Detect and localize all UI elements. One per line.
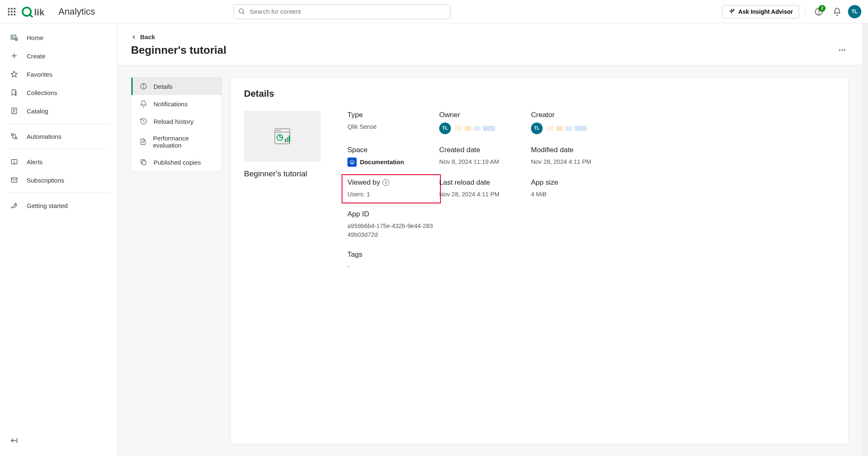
field-type: Type Qlik Sense — [347, 111, 435, 134]
field-app-id: App ID a959b6b4-175e-432b-9e44-28349b03d… — [347, 210, 435, 239]
performance-icon — [139, 138, 147, 146]
back-link[interactable]: Back — [131, 33, 155, 40]
svg-point-32 — [143, 85, 144, 85]
app-name: Analytics — [58, 6, 95, 17]
svg-rect-41 — [289, 135, 290, 142]
top-right: Ask Insight Advisor 2 TL — [722, 4, 861, 19]
sidebar-item-label: Subscriptions — [27, 177, 64, 184]
plus-icon — [10, 52, 18, 60]
brand-logo[interactable]: lik Analytics — [22, 6, 95, 18]
field-value: 4 MiB — [531, 190, 619, 198]
field-label: Type — [347, 111, 435, 119]
svg-point-22 — [14, 163, 14, 163]
owner-name-redacted — [455, 126, 495, 131]
sidebar-item-favorites[interactable]: Favorites — [0, 65, 117, 83]
space-name: Documentation — [360, 158, 404, 166]
field-value: - — [347, 262, 435, 271]
info-icon[interactable]: i — [382, 179, 389, 186]
bookmark-icon — [10, 88, 18, 97]
field-label: App size — [531, 178, 619, 187]
field-created-date: Created date Nov 8, 2024 11:19 AM — [439, 146, 527, 167]
sidebar-item-subscriptions[interactable]: Subscriptions — [0, 171, 117, 189]
collapse-icon — [10, 436, 18, 445]
svg-rect-39 — [285, 139, 286, 142]
sidebar-item-automations[interactable]: Automations — [0, 127, 117, 145]
svg-line-1 — [30, 15, 32, 17]
field-label: Owner — [439, 111, 527, 119]
notifications-button[interactable] — [830, 4, 845, 19]
field-value: Nov 28, 2024 4:11 PM — [531, 158, 619, 166]
tab-label: Notifications — [153, 100, 188, 108]
field-value: Qlik Sense — [347, 123, 435, 131]
qlik-logo-icon: lik — [22, 6, 51, 18]
sidebar-item-create[interactable]: Create — [0, 47, 117, 65]
tab-reload-history[interactable]: Reload history — [131, 113, 221, 130]
sidebar: Home Create Favorites Collections Catalo… — [0, 23, 118, 456]
sidebar-item-label: Alerts — [27, 158, 43, 165]
collapse-sidebar-button[interactable] — [0, 431, 117, 451]
sidebar-item-catalog[interactable]: Catalog — [0, 102, 117, 120]
ask-insight-button[interactable]: Ask Insight Advisor — [722, 5, 799, 18]
bell-icon — [139, 100, 148, 108]
search-input[interactable] — [234, 4, 450, 19]
bell-icon — [833, 8, 841, 16]
help-button[interactable]: 2 — [811, 4, 826, 19]
tab-details[interactable]: Details — [131, 78, 221, 95]
nav-separator — [8, 123, 109, 124]
svg-rect-18 — [11, 134, 13, 135]
scrollbar[interactable] — [862, 23, 868, 456]
panel-body: Beginner's tutorial Type Qlik Sense Owne… — [244, 111, 835, 271]
tab-label: Published copies — [153, 159, 201, 166]
field-label: Space — [347, 146, 435, 154]
field-label: App ID — [347, 210, 435, 218]
creator-avatar: TL — [531, 123, 543, 134]
meta-grid: Type Qlik Sense Owner TL Creator — [347, 111, 835, 271]
tab-published-copies[interactable]: Published copies — [131, 153, 221, 171]
field-value: Users: 1 — [347, 190, 435, 198]
field-tags: Tags - — [347, 251, 435, 271]
section-tabs: Details Notifications Reload history — [131, 77, 222, 171]
divider — [805, 6, 805, 18]
sidebar-item-home[interactable]: Home — [0, 28, 117, 47]
field-owner: Owner TL — [439, 111, 527, 134]
creator-name-redacted — [547, 126, 587, 131]
help-badge: 2 — [819, 5, 825, 12]
tab-notifications[interactable]: Notifications — [131, 95, 221, 113]
main: Back Beginner's tutorial Details — [118, 23, 862, 456]
field-label: Last reload date — [439, 178, 527, 187]
rocket-icon — [10, 201, 18, 210]
sidebar-item-getting-started[interactable]: Getting started — [0, 196, 117, 215]
svg-point-42 — [350, 160, 354, 164]
insight-label: Ask Insight Advisor — [738, 8, 793, 15]
field-value: Nov 8, 2024 11:19 AM — [439, 158, 527, 166]
app-launcher-icon[interactable] — [7, 7, 17, 17]
more-icon — [838, 46, 846, 54]
user-avatar[interactable]: TL — [848, 5, 861, 18]
field-last-reload: Last reload date Nov 28, 2024 4:11 PM — [439, 178, 527, 198]
svg-point-36 — [277, 130, 278, 131]
tab-label: Reload history — [153, 118, 194, 125]
svg-point-3 — [239, 9, 244, 13]
history-icon — [139, 117, 148, 125]
owner-value: TL — [439, 123, 527, 134]
svg-text:lik: lik — [34, 7, 45, 18]
sidebar-item-collections[interactable]: Collections — [0, 83, 117, 102]
sidebar-item-label: Automations — [27, 133, 61, 140]
space-value[interactable]: Documentation — [347, 158, 435, 167]
viewed-label-text: Viewed by — [347, 178, 380, 187]
field-value: Nov 28, 2024 4:11 PM — [439, 190, 527, 198]
field-creator: Creator TL — [531, 111, 619, 134]
star-icon — [10, 70, 18, 78]
tab-performance[interactable]: Performance evaluation — [131, 130, 221, 153]
owner-avatar: TL — [439, 123, 451, 134]
page-header: Back Beginner's tutorial — [118, 23, 862, 65]
chevron-left-icon — [131, 34, 137, 40]
back-label: Back — [140, 33, 155, 40]
sidebar-item-label: Create — [27, 53, 45, 60]
sparkle-icon — [728, 8, 735, 15]
more-button[interactable] — [835, 43, 849, 57]
sidebar-item-alerts[interactable]: Alerts — [0, 153, 117, 171]
svg-rect-40 — [287, 137, 288, 142]
panel-title: Details — [244, 88, 835, 99]
field-viewed-by: Viewed by i Users: 1 — [342, 174, 441, 203]
